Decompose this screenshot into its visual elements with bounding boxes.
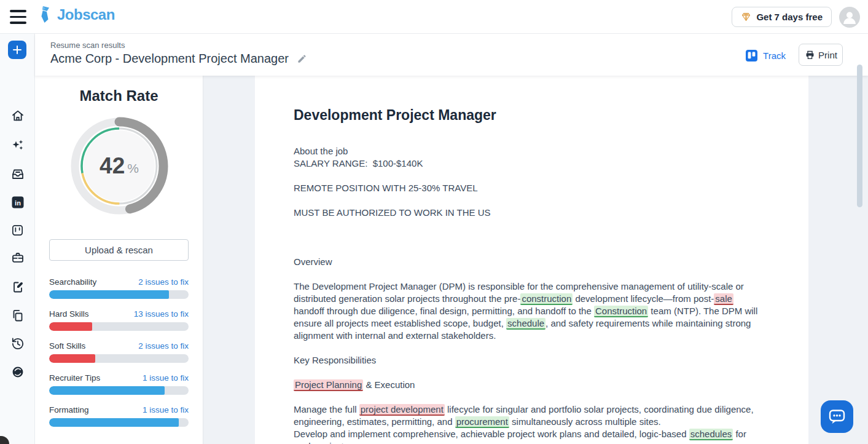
- job-text: simultaneously across multiple sites.: [509, 416, 661, 427]
- job-paragraph: About the job: [294, 145, 765, 157]
- kanban-board-icon: [10, 223, 25, 237]
- category-issues-link[interactable]: 13 issues to fix: [134, 309, 189, 319]
- category-label: Searchability: [49, 277, 96, 287]
- category-progress-fill: [49, 418, 179, 427]
- category-progress-track: [49, 354, 189, 363]
- menu-icon[interactable]: [10, 10, 26, 24]
- track-button[interactable]: Track: [746, 50, 786, 61]
- keyword-highlight-green: Construction: [594, 306, 648, 317]
- job-paragraph: [294, 219, 765, 231]
- home-icon: [10, 108, 25, 123]
- category-list: Searchability2 issues to fixHard Skills1…: [49, 277, 189, 437]
- category-row: Hard Skills13 issues to fix: [49, 309, 189, 341]
- category-issues-link[interactable]: 1 issue to fix: [143, 405, 189, 414]
- job-text: About the job: [294, 146, 348, 156]
- job-text: development lifecycle—from post-: [573, 293, 714, 304]
- sidebar-item-scans[interactable]: [0, 165, 35, 183]
- keyword-highlight-green: construction: [520, 293, 573, 305]
- sidebar-item-linkedin[interactable]: in: [0, 193, 35, 212]
- category-issues-link[interactable]: 2 issues to fix: [138, 277, 189, 287]
- category-row: Soft Skills2 issues to fix: [49, 341, 189, 373]
- job-paragraph: Key Responsibilities: [294, 354, 765, 367]
- match-rate-title: Match Rate: [35, 76, 203, 105]
- get-trial-button[interactable]: Get 7 days free: [732, 7, 832, 27]
- category-label: Formatting: [49, 405, 89, 414]
- job-paragraph: SALARY RANGE: $100-$140K: [294, 157, 765, 170]
- chat-bubble-icon: [827, 407, 846, 426]
- gem-icon: [741, 12, 751, 22]
- print-label: Print: [818, 50, 837, 60]
- category-row: Recruiter Tips1 issue to fix: [49, 373, 189, 405]
- match-rate-panel: Match Rate 42 % Upload & rescan Searchab…: [35, 76, 203, 444]
- top-navbar: Jobscan Get 7 days free: [0, 0, 868, 34]
- match-rate-gauge: 42 %: [65, 111, 174, 221]
- sidebar-item-resume-editor[interactable]: [0, 278, 35, 296]
- job-text: Overview: [294, 256, 332, 267]
- sidebar-item-cover-letters[interactable]: [0, 306, 35, 325]
- job-paragraph: [294, 170, 765, 182]
- job-paragraph: [294, 342, 765, 354]
- keyword-highlight-green: procurement: [455, 416, 509, 428]
- match-rate-unit: %: [127, 161, 139, 176]
- inbox-icon: [10, 167, 25, 181]
- category-progress-fill: [49, 290, 169, 299]
- job-text: REMOTE POSITION WITH 25-30% TRAVEL: [294, 183, 478, 193]
- sidebar-item-power-edit[interactable]: [0, 136, 35, 154]
- printer-icon: [804, 49, 816, 61]
- category-issues-link[interactable]: 1 issue to fix: [143, 373, 189, 383]
- category-progress-track: [49, 322, 189, 331]
- track-label: Track: [763, 50, 786, 61]
- keyword-highlight-red: sale: [714, 293, 733, 305]
- history-icon: [10, 336, 25, 351]
- sidebar-item-extension[interactable]: [0, 363, 35, 381]
- print-button[interactable]: Print: [799, 44, 843, 66]
- scan-title: Acme Corp - Development Project Manager: [50, 52, 289, 66]
- get-trial-label: Get 7 days free: [756, 12, 823, 22]
- job-text: MUST BE AUTHORIZED TO WORK IN THE US: [294, 207, 491, 218]
- document-edit-icon: [10, 280, 25, 295]
- jobscan-wordmark: Jobscan: [57, 6, 115, 23]
- keyword-highlight-green: schedule: [506, 318, 545, 330]
- category-progress-track: [49, 418, 189, 427]
- job-paragraph: The Development Project Manager (DPM) is…: [294, 280, 765, 342]
- category-progress-fill: [49, 354, 95, 363]
- jobscan-app: Jobscan Get 7 days free: [0, 0, 868, 444]
- job-text: Develop and implement comprehensive, ach…: [294, 429, 689, 439]
- job-text: SALARY RANGE: $100-$140K: [294, 158, 423, 168]
- job-paragraph: Develop and implement comprehensive, ach…: [294, 428, 765, 444]
- category-progress-track: [49, 386, 189, 395]
- copy-icon: [10, 308, 25, 323]
- breadcrumb: Resume scan results: [50, 41, 125, 50]
- sparkles-icon: [10, 138, 25, 153]
- job-paragraph: Overview: [294, 256, 765, 268]
- job-paragraph: Project Planning & Execution: [294, 379, 765, 391]
- job-paragraph: [294, 244, 765, 256]
- category-row: Searchability2 issues to fix: [49, 277, 189, 309]
- job-paragraph: [294, 231, 765, 244]
- category-issues-link[interactable]: 2 issues to fix: [138, 341, 189, 351]
- sidebar-item-home[interactable]: [0, 106, 35, 125]
- jobscan-logo[interactable]: Jobscan: [38, 6, 115, 24]
- job-paragraph: [294, 367, 765, 379]
- upload-rescan-button[interactable]: Upload & rescan: [49, 239, 189, 261]
- category-progress-track: [49, 290, 189, 299]
- scrollbar-thumb[interactable]: [857, 65, 862, 207]
- sidebar-item-jobs[interactable]: [0, 248, 35, 267]
- category-progress-fill: [49, 386, 165, 395]
- avatar[interactable]: [839, 7, 860, 28]
- linkedin-icon: in: [11, 196, 25, 209]
- job-paragraph: [294, 194, 765, 207]
- job-text: & Execution: [363, 379, 415, 390]
- job-body: About the jobSALARY RANGE: $100-$140KREM…: [294, 145, 765, 444]
- category-label: Hard Skills: [49, 309, 89, 319]
- edit-title-pencil-icon[interactable]: [297, 54, 307, 64]
- sidebar-item-job-tracker[interactable]: [0, 221, 35, 239]
- browser-extension-icon: [11, 365, 25, 379]
- chat-widget-button[interactable]: [821, 400, 853, 433]
- keyword-highlight-red: Project Planning: [294, 379, 363, 391]
- match-rate-score: 42: [100, 153, 125, 179]
- sidebar-item-scan-history[interactable]: [0, 335, 35, 353]
- new-scan-plus-button[interactable]: [8, 41, 26, 59]
- track-board-icon: [746, 50, 757, 61]
- category-label: Recruiter Tips: [49, 373, 100, 383]
